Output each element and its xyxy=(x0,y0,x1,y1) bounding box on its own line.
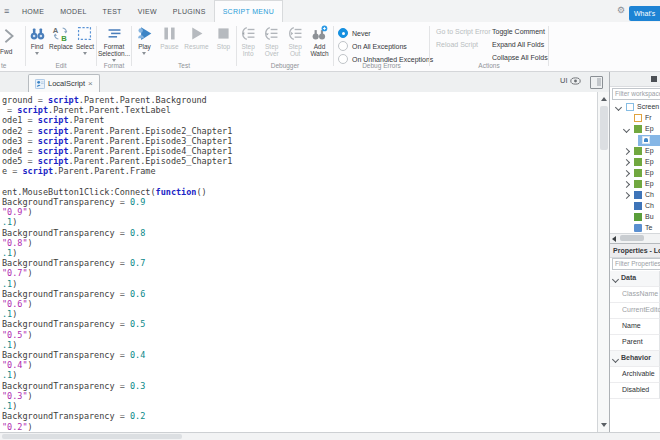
radio-selected-icon[interactable] xyxy=(338,28,348,38)
code-line[interactable]: .1) xyxy=(2,248,597,258)
radio-never[interactable]: Never xyxy=(338,28,371,38)
ui-visibility-toggle[interactable]: UI xyxy=(560,76,581,85)
close-tab-icon[interactable]: × xyxy=(88,79,93,88)
select-button[interactable]: Select xyxy=(75,25,95,56)
radio-on-all-exceptions[interactable]: On All Exceptions xyxy=(338,41,407,51)
property-row-name[interactable]: Name xyxy=(610,319,660,335)
step-over-button[interactable]: Step Over xyxy=(259,25,284,57)
code-line[interactable] xyxy=(2,177,597,187)
code-line[interactable]: BackgroundTransparency = 0.8 xyxy=(2,228,597,238)
code-line[interactable]: BackgroundTransparency = 0.9 xyxy=(2,197,597,207)
tree-item[interactable]: Ch xyxy=(610,201,660,212)
chevron-right-icon[interactable] xyxy=(623,170,630,177)
chevron-down-icon[interactable] xyxy=(615,104,622,111)
radio-icon[interactable] xyxy=(338,41,348,51)
code-line[interactable]: .1) xyxy=(2,340,597,350)
tab-localscript[interactable]: LocalScript × xyxy=(28,74,100,92)
ribbon-tab-script-menu[interactable]: SCRIPT MENU xyxy=(214,0,283,22)
tree-item[interactable]: Bu xyxy=(610,212,660,223)
code-line[interactable]: ode5 = script.Parent.Parent.Episode5_Cha… xyxy=(2,156,597,166)
tree-item[interactable]: Te xyxy=(610,223,660,233)
play-button[interactable]: Play xyxy=(134,25,154,56)
code-line[interactable]: "0.7") xyxy=(2,268,597,278)
code-line[interactable]: ground = script.Parent.Parent.Background xyxy=(2,95,597,105)
find-button[interactable]: Find xyxy=(27,25,47,56)
panel-layout-icon[interactable] xyxy=(590,76,603,89)
format-selection-button[interactable]: Format Selection... xyxy=(97,25,131,63)
resume-button[interactable]: Resume xyxy=(184,25,208,50)
code-line[interactable]: ode2 = script.Parent.Parent.Episode2_Cha… xyxy=(2,126,597,136)
dropdown-caret-icon[interactable] xyxy=(35,51,40,56)
toggle-comment-button[interactable]: Toggle Comment xyxy=(492,28,545,35)
stop-button[interactable]: Stop xyxy=(214,25,234,50)
tree-item-selected[interactable] xyxy=(610,135,660,146)
editor-horizontal-scrollbar[interactable] xyxy=(0,432,660,440)
step-into-button[interactable]: Step Into xyxy=(237,25,259,57)
code-line[interactable]: BackgroundTransparency = 0.7 xyxy=(2,258,597,268)
replace-button[interactable]: ABReplace xyxy=(49,25,73,50)
code-line[interactable]: e = script.Parent.Parent.Frame xyxy=(2,166,597,176)
explorer-filter-input[interactable]: Filter workspace (C xyxy=(612,88,660,100)
add-watch-button[interactable]: Add Watch xyxy=(306,25,333,57)
code-line[interactable]: "0.9") xyxy=(2,207,597,217)
scroll-left-icon[interactable] xyxy=(612,236,616,242)
go-to-script-error-button[interactable]: Go to Script Error xyxy=(436,28,490,35)
step-out-button[interactable]: Step Out xyxy=(284,25,306,57)
ribbon-tab-plugins[interactable]: PLUGINS xyxy=(165,0,214,22)
code-line[interactable]: ode3 = script.Parent.Parent.Episode3_Cha… xyxy=(2,136,597,146)
code-line[interactable]: "0.4") xyxy=(2,360,597,370)
property-row-classname[interactable]: ClassName xyxy=(610,287,660,303)
expand-all-folds-button[interactable]: Expand All Folds xyxy=(492,41,544,48)
code-line[interactable]: BackgroundTransparency = 0.2 xyxy=(2,411,597,421)
reload-script-button[interactable]: Reload Script xyxy=(436,41,478,48)
chevron-down-icon[interactable] xyxy=(612,276,619,283)
code-line[interactable]: "0.3") xyxy=(2,391,597,401)
code-line[interactable]: = script.Parent.Parent.TextLabel xyxy=(2,105,597,115)
code-line[interactable]: "0.6") xyxy=(2,299,597,309)
code-line[interactable]: .1) xyxy=(2,401,597,411)
tree-item[interactable]: Fr xyxy=(610,113,660,124)
scroll-up-icon[interactable] xyxy=(601,97,607,101)
chevron-right-icon[interactable] xyxy=(0,27,18,45)
tree-item[interactable]: Ep xyxy=(610,179,660,190)
code-line[interactable]: .1) xyxy=(2,279,597,289)
code-line[interactable]: .1) xyxy=(2,370,597,380)
code-line[interactable]: BackgroundTransparency = 0.4 xyxy=(2,350,597,360)
code-line[interactable]: ode4 = script.Parent.Parent.Episode4_Cha… xyxy=(2,146,597,156)
scrollbar-thumb[interactable] xyxy=(620,235,644,241)
collapse-all-folds-button[interactable]: Collapse All Folds xyxy=(492,54,548,61)
chevron-right-icon[interactable] xyxy=(623,159,630,166)
code-line[interactable]: BackgroundTransparency = 0.6 xyxy=(2,289,597,299)
property-section-data[interactable]: Data xyxy=(610,271,660,287)
settings-gear-icon[interactable]: ⚙ xyxy=(617,5,625,15)
ribbon-tab-model[interactable]: MODEL xyxy=(52,0,94,22)
properties-filter-input[interactable]: Filter Properties (C xyxy=(612,258,660,270)
dropdown-caret-icon[interactable] xyxy=(82,51,87,56)
property-row-currenteditor[interactable]: CurrentEditor xyxy=(610,303,660,319)
forward-button-label[interactable]: Fwd xyxy=(0,48,12,55)
code-line[interactable]: "0.8") xyxy=(2,238,597,248)
ribbon-tab-home[interactable]: HOME xyxy=(14,0,52,22)
tree-item[interactable]: Screen xyxy=(610,102,660,113)
code-editor[interactable]: ground = script.Parent.Parent.Background… xyxy=(0,92,597,432)
property-row-parent[interactable]: Parent xyxy=(610,335,660,351)
scrollbar-thumb[interactable] xyxy=(2,434,182,439)
tree-item[interactable]: Ep xyxy=(610,146,660,157)
scrollbar-thumb[interactable] xyxy=(600,106,608,150)
tree-item[interactable]: Ch xyxy=(610,190,660,201)
whats-new-button[interactable]: What's xyxy=(629,6,660,21)
tree-item[interactable]: Ep xyxy=(610,157,660,168)
tree-item[interactable]: Ep xyxy=(610,124,660,135)
chevron-right-icon[interactable] xyxy=(623,192,630,199)
code-line[interactable]: .1) xyxy=(2,217,597,227)
property-section-behavior[interactable]: Behavior xyxy=(610,351,660,367)
code-line[interactable]: "0.5") xyxy=(2,330,597,340)
scroll-down-icon[interactable] xyxy=(601,423,607,427)
pause-button[interactable]: Pause xyxy=(159,25,179,50)
code-line[interactable]: .1) xyxy=(2,309,597,319)
code-line[interactable]: BackgroundTransparency = 0.3 xyxy=(2,381,597,391)
code-line[interactable]: BackgroundTransparency = 0.5 xyxy=(2,319,597,329)
chevron-right-icon[interactable] xyxy=(623,148,630,155)
chevron-down-icon[interactable] xyxy=(623,126,630,133)
tree-item[interactable]: Ep xyxy=(610,168,660,179)
